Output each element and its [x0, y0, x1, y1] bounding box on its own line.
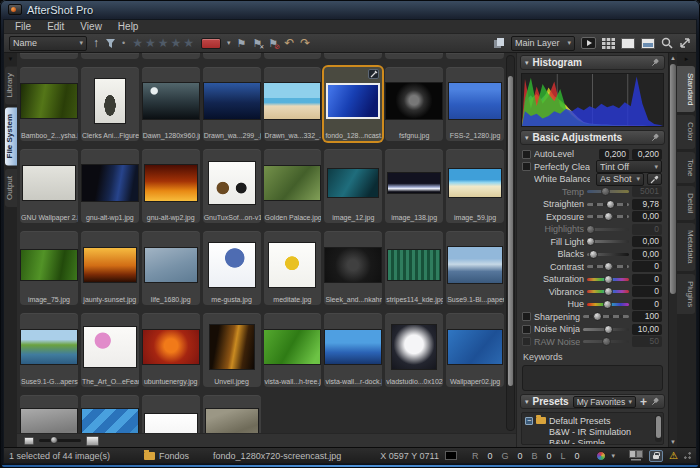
thumbnail-cell[interactable]: fsfgnu.jpg — [385, 67, 443, 141]
tint-dropdown[interactable]: Tint Off▾ — [596, 160, 662, 173]
scrollbar-thumb[interactable] — [508, 76, 513, 386]
menu-file[interactable]: File — [8, 21, 38, 32]
slider-exposure[interactable] — [587, 215, 629, 218]
value-box[interactable]: 0 — [632, 286, 662, 297]
pin-icon[interactable] — [651, 397, 660, 406]
thumbnail-cell[interactable] — [142, 395, 200, 433]
layer-dropdown[interactable]: Main Layer ▾ — [511, 36, 575, 51]
slider-hue[interactable] — [587, 303, 629, 306]
favorites-dropdown[interactable]: My Favorites ▾ — [573, 396, 636, 408]
collapse-left-panel-icon[interactable]: ▾ — [4, 55, 17, 63]
tab-color[interactable]: Color — [677, 115, 695, 148]
thumbnail-cell[interactable]: ubuntuenergy.jpg — [142, 313, 200, 387]
thumbnail-cell[interactable]: gnu-alt-wp2.jpg — [142, 149, 200, 223]
zoom-icon[interactable] — [661, 37, 673, 49]
slider-knob[interactable] — [604, 212, 613, 221]
current-folder-group[interactable]: Fondos — [144, 451, 189, 461]
checkbox[interactable] — [522, 150, 531, 159]
thumbnail-cell[interactable]: Golden Palace.jpg — [264, 149, 322, 223]
slider-raw-noise[interactable] — [583, 340, 629, 343]
scroll-down-icon[interactable]: ▼ — [670, 438, 676, 446]
thumbnail-cell-clipped[interactable] — [446, 53, 504, 59]
thumbnail-cell-clipped[interactable] — [81, 53, 139, 59]
thumbnail-cell[interactable]: FSS-2_1280.jpg — [446, 67, 504, 141]
thumbnail-cell[interactable]: stripes114_kde.jpg — [385, 231, 443, 305]
collapse-expander-icon[interactable]: − — [525, 417, 533, 425]
value-box[interactable]: 0 — [632, 274, 662, 285]
resize-grip[interactable] — [684, 452, 691, 459]
value-box[interactable]: 0,00 — [632, 211, 662, 222]
rotate-left-icon[interactable]: ↶ — [284, 37, 294, 49]
dual-display-icon[interactable] — [629, 450, 643, 461]
checkbox[interactable] — [522, 337, 531, 346]
slideshow-icon[interactable] — [581, 37, 596, 49]
value-box[interactable]: 5001 — [632, 186, 662, 197]
tab-detail[interactable]: Detail — [677, 186, 695, 220]
value-box[interactable]: 0 — [632, 224, 662, 235]
histogram-header[interactable]: ▾ Histogram — [520, 55, 665, 70]
titlebar[interactable]: AfterShot Pro — [3, 0, 697, 19]
thumbnail-cell[interactable] — [203, 395, 261, 433]
star-icon[interactable]: ★ — [183, 37, 194, 49]
add-preset-button[interactable]: + — [640, 396, 647, 408]
basic-adjustments-header[interactable]: ▾ Basic Adjustments — [520, 130, 665, 145]
thumbnail-cell-clipped[interactable] — [385, 53, 443, 59]
slider-knob[interactable] — [50, 436, 58, 444]
slider-knob[interactable] — [604, 287, 613, 296]
scrollbar-thumb[interactable] — [670, 64, 676, 294]
thumbnail-cell[interactable]: Suse9.1-G...apers.jpg — [20, 313, 78, 387]
value-box[interactable]: 0,00 — [632, 249, 662, 260]
slider-knob[interactable] — [604, 262, 613, 271]
tab-standard[interactable]: Standard — [677, 66, 695, 112]
keywords-input[interactable] — [522, 365, 663, 391]
flag-pick-icon[interactable]: ⚑✕ — [252, 38, 262, 49]
rating-none-icon[interactable]: • — [122, 38, 125, 48]
value-box[interactable]: 50 — [632, 336, 662, 347]
thumbnail-size-slider[interactable] — [39, 439, 81, 442]
flag-icon[interactable]: ⚑ — [237, 38, 247, 49]
thumbnail-cell[interactable]: gnu-alt-wp1.jpg — [81, 149, 139, 223]
pin-icon[interactable] — [651, 133, 660, 142]
pin-icon[interactable] — [651, 58, 660, 67]
slider-sharpening[interactable] — [583, 315, 629, 318]
value-box[interactable]: 0,00 — [632, 236, 662, 247]
thumbnail-cell-clipped[interactable] — [20, 53, 78, 59]
slider-saturation[interactable] — [587, 278, 629, 281]
thumbnail-cell[interactable]: Dawn_1280x960.jpg — [142, 67, 200, 141]
thumbnail-cell[interactable]: jaunty-sunset.jpg — [81, 231, 139, 305]
menu-view[interactable]: View — [73, 21, 109, 32]
sort-dropdown[interactable]: Name ▾ — [9, 36, 87, 51]
image-browser-view-icon[interactable] — [641, 38, 655, 49]
preset-item[interactable]: B&W - IR Simulation — [525, 426, 663, 437]
slider-noise-ninja[interactable] — [583, 328, 629, 331]
preset-folder[interactable]: −Default Presets — [525, 415, 663, 426]
thumbnail-cell[interactable]: life_1680.jpg — [142, 231, 200, 305]
thumbnail-cell[interactable]: Unveil.jpeg — [203, 313, 261, 387]
slider-knob[interactable] — [593, 312, 602, 321]
thumbnail-cell[interactable]: Bamboo_2...ysha.jpg — [20, 67, 78, 141]
edit-badge-icon[interactable] — [368, 69, 379, 79]
checkbox[interactable] — [522, 312, 531, 321]
slider-knob[interactable] — [601, 187, 610, 196]
slider-knob[interactable] — [604, 325, 613, 334]
tab-library[interactable]: Library — [5, 66, 17, 104]
tab-file-system[interactable]: File System — [5, 107, 17, 165]
thumbnail-cell[interactable]: Drawn_wa...332_.jpg — [264, 67, 322, 141]
label-color-swatch[interactable] — [201, 38, 221, 49]
star-icon[interactable]: ★ — [170, 37, 181, 49]
thumbnail-cell[interactable]: meditate.jpg — [264, 231, 322, 305]
white-balance-dropdown[interactable]: As Shot▾ — [596, 173, 644, 186]
preset-item[interactable]: B&W - Simple — [525, 437, 663, 445]
slider-knob[interactable] — [586, 225, 595, 234]
slider-knob[interactable] — [606, 200, 615, 209]
slider-knob[interactable] — [602, 337, 611, 346]
thumbnail-cell-clipped[interactable] — [264, 53, 322, 59]
eyedropper-button[interactable] — [647, 173, 662, 185]
thumbnail-cell[interactable]: GNU Wallpaper 2.jpg — [20, 149, 78, 223]
thumbnail-cell-clipped[interactable] — [142, 53, 200, 59]
slider-temp[interactable] — [587, 190, 629, 193]
browser-scrollbar[interactable] — [506, 55, 515, 431]
thumbnail-grid-view-icon[interactable] — [602, 38, 615, 49]
value-box[interactable]: 0,200 — [599, 149, 629, 160]
scrollbar-thumb[interactable] — [656, 416, 661, 438]
